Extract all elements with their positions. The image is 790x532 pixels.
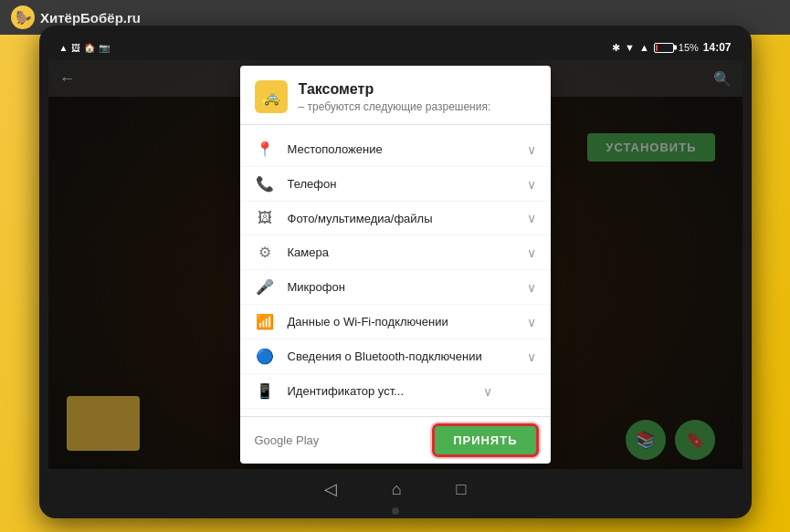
camera-label: Камера [288,245,514,259]
dialog-footer: Google Play ПРИНЯТЬ [240,416,551,464]
logo-icon: 🦫 [11,5,35,29]
tablet-wrapper: ▲ 🖼 🏠 📷 ✱ ▼ ▲ 15% 14:07 [39,26,752,518]
tablet-screen: ▲ 🖼 🏠 📷 ✱ ▼ ▲ 15% 14:07 [48,35,743,509]
bluetooth-icon: ✱ [612,42,620,54]
phone-chevron-icon: ∨ [527,177,536,192]
tablet-outer: ▲ 🖼 🏠 📷 ✱ ▼ ▲ 15% 14:07 [39,26,752,518]
location-icon: 📍 [255,141,275,158]
phone-label: Телефон [288,177,514,191]
bluetooth-label: Сведения о Bluetooth-подключении [288,349,514,363]
device-id-chevron-icon: ∨ [483,384,492,399]
permission-device-id[interactable]: 📱 Идентификатор уст... ∨ [240,374,551,409]
wifi-icon: ▼ [625,42,635,53]
status-bar: ▲ 🖼 🏠 📷 ✱ ▼ ▲ 15% 14:07 [48,35,743,60]
location-chevron-icon: ∨ [527,142,536,157]
wifi-chevron-icon: ∨ [527,315,536,329]
battery-fill [656,45,658,51]
time-display: 14:07 [703,41,732,54]
permission-media[interactable]: 🖼 Фото/мультимедиа/файлы ∨ [240,202,551,235]
status-right-icons: ✱ ▼ ▲ 15% 14:07 [612,41,732,54]
navigation-bar: ◁ ⌂ □ [48,469,743,509]
battery-icon [654,43,674,53]
dialog-header: 🚕 Таксометр – требуются следующие разреш… [240,66,551,125]
battery-percent: 15% [679,42,699,53]
camera-chevron-icon: ∨ [527,245,536,260]
notification-home-icon: 🏠 [84,43,95,53]
tablet-bottom-dot [392,507,399,515]
dialog-app-icon: 🚕 [255,80,288,113]
dialog-subtitle: – требуются следующие разрешения: [299,100,491,113]
bluetooth-chevron-icon: ∨ [527,349,536,364]
permission-bluetooth[interactable]: 🔵 Сведения о Bluetooth-подключении ∨ [240,339,551,374]
permission-location[interactable]: 📍 Местоположение ∨ [240,132,551,167]
bluetooth-perm-icon: 🔵 [255,348,275,365]
app-background: ← 🔍 УСТАНОВИТЬ 📚 🔖 [48,60,743,469]
microphone-chevron-icon: ∨ [527,280,536,295]
dialog-permissions-list: 📍 Местоположение ∨ 📞 Телефон ∨ [240,125,551,416]
car-background-image: ← 🔍 УСТАНОВИТЬ 📚 🔖 [48,60,743,469]
wifi-label: Данные о Wi-Fi-подключении [288,315,514,329]
permission-wifi[interactable]: 📶 Данные о Wi-Fi-подключении ∨ [240,305,551,339]
permission-camera[interactable]: ⚙ Камера ∨ [240,235,551,270]
media-chevron-icon: ∨ [527,211,536,225]
notification-image-icon: 🖼 [71,43,80,53]
phone-icon: 📞 [255,175,275,193]
nav-back-icon[interactable]: ◁ [324,479,337,499]
nav-recent-icon[interactable]: □ [457,480,467,499]
dialog-overlay: 🚕 Таксометр – требуются следующие разреш… [48,60,743,469]
permissions-dialog: 🚕 Таксометр – требуются следующие разреш… [240,66,551,464]
wifi-perm-icon: 📶 [255,313,275,330]
accept-button[interactable]: ПРИНЯТЬ [435,426,535,454]
status-left-icons: ▲ 🖼 🏠 📷 [59,43,111,53]
device-id-label: Идентификатор уст... [288,384,470,398]
device-id-icon: 📱 [255,382,275,400]
permission-microphone[interactable]: 🎤 Микрофон ∨ [240,270,551,305]
microphone-icon: 🎤 [255,278,275,296]
media-icon: 🖼 [255,210,275,226]
signal-icon: ▲ [639,42,649,53]
dialog-app-name: Таксометр [299,80,491,98]
location-label: Местоположение [288,142,514,156]
website-background: 🦫 ХитёрБобёр.ru ▲ 🖼 🏠 📷 ✱ ▼ [0,0,790,532]
dialog-title-area: Таксометр – требуются следующие разрешен… [299,80,491,112]
notification-triangle-icon: ▲ [59,43,68,53]
notification-camera-icon: 📷 [99,43,110,53]
permission-phone[interactable]: 📞 Телефон ∨ [240,167,551,202]
logo-text: ХитёрБобёр.ru [40,10,141,26]
media-label: Фото/мультимедиа/файлы [288,212,514,225]
microphone-label: Микрофон [288,280,514,294]
camera-icon: ⚙ [255,244,275,261]
nav-home-icon[interactable]: ⌂ [392,480,402,499]
google-play-label: Google Play [255,433,320,447]
